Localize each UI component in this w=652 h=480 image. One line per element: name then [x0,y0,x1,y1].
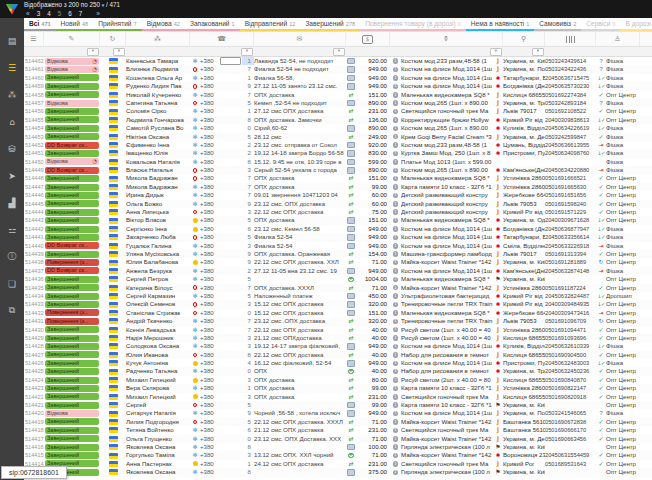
customer-name[interactable]: Гуцалюк Галина [126,242,190,250]
product-name[interactable]: Карта памяти 10 класс - 32Гб *1 [401,401,493,409]
product-name[interactable]: Светящийся гоночный трек Ма [401,460,493,468]
tracking-number[interactable]: 0501690820918 [545,393,596,401]
tracking-number[interactable]: 0501691313394 [545,250,596,258]
status-cell[interactable]: Завершений [44,83,100,90]
status-cell[interactable]: Завершений [44,74,100,81]
manager-comment[interactable]: 13.12 смс ОПХ. ХХЛ чорний [254,451,346,459]
phone-number[interactable]: +380 [200,149,220,157]
tracking-number[interactable]: 0503241546065 [545,409,596,417]
delivery-address[interactable]: Украина, м. Тро [503,367,545,375]
order-row[interactable]: 514425ЗавершенийРадченко Татьяна✻+3800ОП… [24,367,652,375]
customer-name[interactable]: Ирина Дидык [126,191,190,199]
sidebar-item-products-icon[interactable]: ⛁ [0,135,24,162]
phone-number[interactable]: +380 [200,451,220,459]
page-5[interactable]: 5 [58,10,62,17]
status-cell[interactable]: Завершений [44,427,100,434]
column-header-source[interactable]: ♙ [596,32,640,46]
customer-name[interactable]: Сергієнко Інна [126,225,190,233]
page-7[interactable]: 7 [79,10,83,17]
product-name[interactable]: Ультрафиолетовая бактерицид [401,292,493,300]
product-name[interactable]: Тренировочные петли TRX Train [401,300,493,308]
tab-Самовивіз[interactable]: Самовивіз2 [534,18,581,31]
delivery-address[interactable]: Украина, м. По [503,65,545,73]
column-header-phone[interactable]: ☎ [190,32,254,46]
tab-Запакований[interactable]: Запакований1 [185,18,240,31]
order-row[interactable]: 514456ЗавершенийСоломія Сірко✻+380127.12… [24,107,652,115]
column-header-name[interactable]: ⁂ [126,32,190,46]
customer-name[interactable]: Єфименко Інна [126,141,190,149]
product-name[interactable]: Карта памяти 10 класс - 32Гб *1 [401,183,493,191]
tracking-number[interactable]: 20450632874148 [545,267,596,275]
status-cell[interactable]: Завершений [44,175,100,182]
delivery-address[interactable]: Украина, м. Киї [503,443,545,451]
manager-comment[interactable]: 15.12 смс ОПХ доставка [254,309,346,317]
product-name[interactable]: Светящийся гоночный трек Ма [401,107,493,115]
tab-Відмова[interactable]: Відмова42 [142,18,185,31]
delivery-address[interactable]: Украина, м. Од [503,216,545,224]
product-name[interactable]: Детский развивающий констру [401,200,493,208]
order-row[interactable]: 514443ЗавершенийВіктор Власов+3805ОПХ до… [24,216,652,224]
order-row[interactable]: 514444ЗавершенийАнна Липецька+380322.12 … [24,208,652,216]
product-name[interactable]: Костюм на флисе Мод.1014 (1ш [401,233,493,241]
phone-number[interactable]: +380 [200,107,220,115]
filter-dropdown-product[interactable]: ▾ [490,48,502,56]
inline-edit-input[interactable] [220,57,241,66]
order-row[interactable]: 514414ЗавершенийАнна Пастернак+380124.12… [24,460,652,468]
manager-comment[interactable]: ОПХ доставка [254,183,346,191]
manager-comment[interactable]: 15.12 смс ОПХ доставка [254,300,346,308]
customer-name[interactable]: Руденко Лидия Пав [126,82,190,90]
order-row[interactable]: 514438Повернення (з...Юлия Балабанова+38… [24,258,652,266]
order-row[interactable]: 514423ЗавершенийВера Склярова✻+3801ОПХ д… [24,384,652,392]
order-row[interactable]: 514449DD Возврат ск...Власюк Наталья+380… [24,166,652,174]
product-name[interactable]: Костюм на флисе Мод.1014 (1ш [401,74,493,82]
sidebar-item-tags-icon[interactable]: ❏ [0,270,24,297]
order-row[interactable]: 514460ЗавершенийКошелева Ольга Ар✻+3801Ф… [24,74,652,82]
delivery-address[interactable]: Украина, м. Де [503,435,545,443]
manager-comment[interactable]: 22.12 смс ОПХ доставка. ХХХЛ [254,418,346,426]
tracking-number[interactable]: 0501690663456 [545,435,596,443]
tracking-number[interactable]: 20450634226619 [545,124,596,132]
tracking-number[interactable]: 0501692274384 [545,91,596,99]
customer-name[interactable]: Радченко Татьяна [126,367,190,375]
status-cell[interactable]: Завершений [44,91,100,98]
sidebar-item-monitor-icon[interactable]: ⧉ [0,297,24,324]
customer-name[interactable]: Юлия Балабанова [126,258,190,266]
product-name[interactable]: Костюм на флисе Мод.1014 (1ш [401,342,493,350]
order-row[interactable]: 514451ЗавершенийІващенко Юлія✻+380219.12… [24,149,652,157]
tracking-number[interactable]: 0501690822147 [545,384,596,392]
delivery-address[interactable]: Львів 79017 [503,250,545,258]
customer-name[interactable]: Іващенко Юлія [126,149,190,157]
phone-number[interactable]: +380 [200,367,220,375]
order-row[interactable]: 514458ЗавершенийНиколай Кучеренко✻+3807О… [24,91,652,99]
order-row[interactable]: 514459ЗавершенийРуденко Лидия Пав+380927… [24,82,652,90]
order-row[interactable]: 514422ЗавершенийМихаил Гилецкий+3803ОПХ … [24,393,652,401]
tracking-number[interactable]: 20400309671628 [545,216,596,224]
phone-number[interactable]: +380 [200,267,220,275]
filter-dropdown-status[interactable]: ▾ [87,48,99,56]
customer-name[interactable]: Катерина Білоус [126,284,190,292]
manager-comment[interactable]: ОПХ доставка [254,174,346,182]
customer-name[interactable]: Горгулько Таміла [126,451,190,459]
tracking-number[interactable]: 0501690840870 [545,376,596,384]
status-cell[interactable]: Завершений [44,234,100,241]
manager-comment[interactable]: 22.12 смс ОПХ доставка [254,351,346,359]
order-row[interactable]: 514437DD Возврат ск...Анжела Безрука✻+38… [24,267,652,275]
tracking-number[interactable]: 0501691598240 [545,200,596,208]
phone-number[interactable]: +380 [200,468,220,476]
tab-Відправлений[interactable]: Відправлений12 [240,18,301,31]
order-row[interactable]: 514426ЗавершенийКучук Антоніна+380416.12… [24,359,652,367]
delivery-address[interactable]: Кривий Ріг від [503,292,545,300]
customer-name[interactable]: Сергей Кармазин [126,292,190,300]
product-name[interactable]: Костюм на флисе Мод.1014 (1ш [401,82,493,90]
customer-name[interactable]: Яковлева Оксана [126,443,190,451]
phone-number[interactable]: +380 [200,82,220,90]
delivery-address[interactable]: Львів 79053 [503,200,545,208]
column-header-flag[interactable]: ↻ [100,32,126,46]
order-row[interactable]: 514441ЗавершенийЗахарченко Люба+3805Фиал… [24,233,652,241]
phone-number[interactable]: +380 [200,183,220,191]
status-cell[interactable]: Завершений [44,293,100,300]
phone-number[interactable]: +380 [200,124,220,132]
order-row[interactable]: 514448ЗавершенийМикола Бадражан+3807ОПХ … [24,174,652,182]
status-cell[interactable]: Завершений [44,192,100,199]
customer-name[interactable]: Михаил Гилецкий [126,376,190,384]
